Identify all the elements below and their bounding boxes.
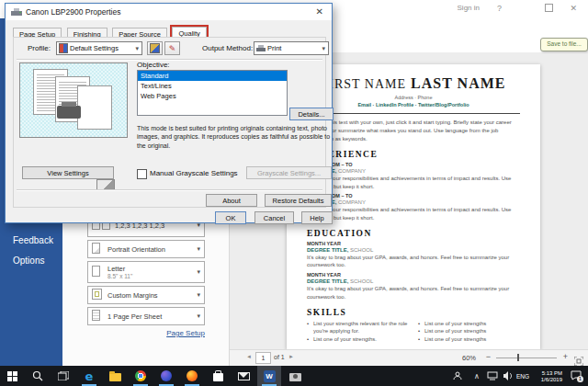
- preview-bottom-bar: ◄ 1 of 1 ► 60% − +: [230, 349, 588, 366]
- output-method-dropdown[interactable]: Print ▾: [254, 41, 329, 55]
- store-button[interactable]: [206, 366, 230, 386]
- hidden-icons-button[interactable]: ∧: [470, 366, 483, 386]
- photos-icon: [289, 373, 301, 381]
- orientation-icon: [92, 243, 103, 255]
- maximize-button[interactable]: [545, 4, 553, 14]
- margins-dropdown[interactable]: Custom Margins ▾: [87, 286, 205, 304]
- dialog-tabs: Page Setup Finishing Paper Source Qualit…: [13, 23, 208, 37]
- profile-dropdown[interactable]: Default Settings ▾: [56, 41, 142, 55]
- ok-button[interactable]: OK: [215, 211, 246, 224]
- resume-experience-entry: DATES FROM – TO JOB TITLE, COMPANY Descr…: [307, 162, 520, 190]
- details-button[interactable]: Details...: [289, 108, 334, 120]
- prev-page-button[interactable]: ◄: [246, 354, 252, 359]
- manual-grayscale-checkbox[interactable]: [137, 169, 147, 179]
- dialog-titlebar[interactable]: Canon LBP2900 Properties ✕: [6, 4, 332, 20]
- restore-defaults-button[interactable]: Restore Defaults: [265, 194, 332, 207]
- view-settings-button[interactable]: View Settings: [22, 166, 114, 179]
- page-number-input[interactable]: 1: [255, 352, 271, 364]
- firefox-orange-icon: [187, 370, 198, 381]
- firefox-icon: [161, 370, 172, 381]
- store-icon: [213, 373, 223, 381]
- orientation-dropdown[interactable]: Portrait Orientation ▾: [87, 240, 205, 258]
- page-count-label: of 1: [274, 354, 285, 360]
- network-button[interactable]: [485, 366, 500, 386]
- resume-links: Email · LinkedIn Profile · Twitter/Blog/…: [307, 102, 520, 108]
- sidebar-item-feedback[interactable]: Feedback: [13, 235, 53, 245]
- taskbar: e W ∧ ENG 5:13 PM 1/6/2019 1: [0, 366, 588, 386]
- profile-label: Profile:: [28, 44, 51, 52]
- sidebar-item-options[interactable]: Options: [13, 255, 44, 266]
- add-profile-icon: [150, 43, 160, 53]
- edge-button[interactable]: e: [77, 366, 101, 386]
- profile-icon: [59, 43, 68, 53]
- photos-button[interactable]: [283, 366, 307, 386]
- output-method-label: Output Method:: [202, 44, 253, 52]
- resume-heading-education: EDUCATION: [307, 229, 520, 238]
- quality-preview-image: [19, 62, 128, 138]
- objective-option-text-lines[interactable]: Text/Lines: [138, 81, 287, 91]
- screen: Sign in ? ✕ Feedback Options 1,2,3 1,2,3…: [0, 0, 588, 386]
- dialog-close-button[interactable]: ✕: [316, 6, 323, 17]
- resume-education-entry: MONTH YEAR DEGREE TITLE, SCHOOL It's oka…: [307, 272, 520, 301]
- firefox-orange-button[interactable]: [180, 366, 204, 386]
- chrome-button[interactable]: [129, 366, 153, 386]
- objective-listbox[interactable]: Standard Text/Lines Web Pages: [137, 70, 288, 116]
- chevron-down-icon: ▾: [197, 245, 200, 253]
- print-icon: [256, 45, 266, 52]
- chevron-up-icon: ∧: [474, 372, 480, 380]
- start-icon: [7, 371, 17, 381]
- chevron-down-icon: ▾: [197, 291, 200, 299]
- objective-label: Objective:: [137, 61, 170, 69]
- task-view-button[interactable]: [51, 366, 75, 386]
- chevron-down-icon: ▾: [197, 268, 200, 276]
- dialog-title: Canon LBP2900 Properties: [26, 7, 121, 17]
- about-button[interactable]: About: [206, 194, 257, 207]
- word-button[interactable]: W: [257, 366, 281, 386]
- resume-heading-experience: EXPERIENCE: [307, 150, 520, 159]
- resume-divider: [307, 113, 520, 114]
- word-icon: W: [264, 370, 276, 382]
- close-button[interactable]: ✕: [570, 4, 577, 13]
- objective-option-web-pages[interactable]: Web Pages: [138, 91, 287, 101]
- chrome-icon: [135, 370, 146, 381]
- resume-contact: Address · Phone: [307, 95, 520, 100]
- network-icon: [487, 371, 498, 380]
- paper-size-dropdown[interactable]: Letter 8.5" x 11" ▾: [87, 261, 205, 283]
- speaker-icon: [503, 371, 514, 380]
- file-explorer-button[interactable]: [103, 366, 127, 386]
- people-button[interactable]: [450, 366, 465, 386]
- page-setup-link[interactable]: Page Setup: [87, 329, 205, 337]
- search-icon: [32, 370, 43, 381]
- add-profile-button[interactable]: [147, 41, 163, 55]
- clock[interactable]: 5:13 PM 1/6/2019: [531, 366, 562, 386]
- resume-summary: Replace this text with your own, just cl…: [307, 119, 520, 143]
- next-page-button[interactable]: ►: [288, 354, 294, 359]
- chevron-down-icon: ▾: [132, 45, 141, 52]
- resume-name: FIRST NAME LAST NAME: [307, 75, 520, 92]
- grayscale-settings-button: Grayscale Settings...: [246, 166, 332, 179]
- save-to-file-tooltip: Save to file...: [540, 38, 588, 51]
- cancel-button[interactable]: Cancel: [254, 211, 294, 224]
- objective-option-standard[interactable]: Standard: [138, 71, 287, 81]
- resume-heading-skills: SKILLS: [307, 308, 520, 317]
- fit-page-icon: [574, 357, 583, 366]
- volume-button[interactable]: [501, 366, 515, 386]
- search-button[interactable]: [26, 366, 50, 386]
- sign-in-button[interactable]: Sign in: [458, 4, 480, 12]
- zoom-out-button[interactable]: −: [486, 352, 491, 361]
- language-button[interactable]: ENG: [514, 366, 531, 386]
- edit-profile-button[interactable]: ✎: [164, 41, 180, 55]
- printer-icon: [11, 8, 22, 17]
- zoom-in-button[interactable]: +: [563, 352, 568, 361]
- firefox-button[interactable]: [154, 366, 178, 386]
- mail-button[interactable]: [232, 366, 255, 386]
- action-center-button[interactable]: 1: [568, 366, 584, 386]
- help-button[interactable]: Help: [301, 211, 333, 224]
- help-button[interactable]: ?: [497, 4, 502, 13]
- chevron-down-icon: ▾: [197, 312, 200, 320]
- zoom-slider-thumb[interactable]: [517, 354, 519, 361]
- start-button[interactable]: [0, 366, 24, 386]
- zoom-slider[interactable]: [496, 358, 557, 358]
- zoom-level-label: 60%: [462, 354, 476, 362]
- pages-per-sheet-dropdown[interactable]: 1 Page Per Sheet ▾: [87, 307, 205, 325]
